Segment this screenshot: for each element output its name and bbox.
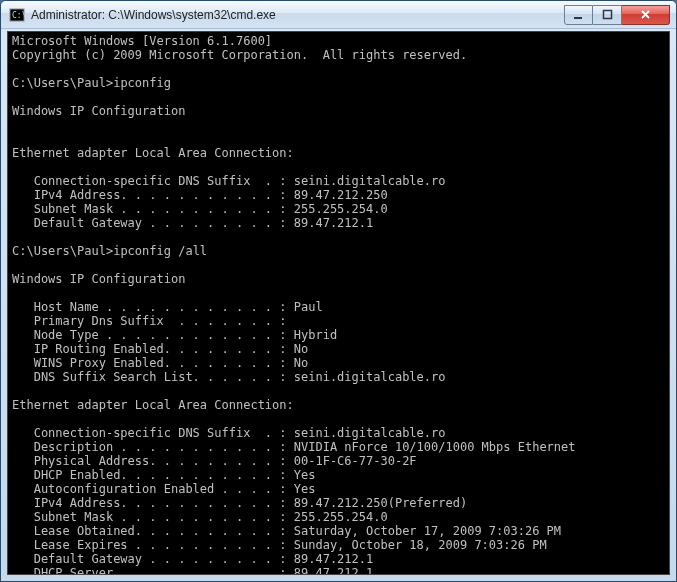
adapter2-lease-obtained: Lease Obtained. . . . . . . . . . : Satu… [12,524,561,538]
adapter2-subnet: Subnet Mask . . . . . . . . . . . : 255.… [12,510,388,524]
prompt-1-path: C:\Users\Paul> [12,76,113,90]
header-line-1: Microsoft Windows [Version 6.1.7600] [12,34,272,48]
ip-routing: IP Routing Enabled. . . . . . . . : No [12,342,308,356]
window-controls [564,5,670,25]
node-type: Node Type . . . . . . . . . . . . : Hybr… [12,328,337,342]
primary-dns-suffix: Primary Dns Suffix . . . . . . . : [12,314,287,328]
terminal-area[interactable]: Microsoft Windows [Version 6.1.7600] Cop… [7,31,670,575]
adapter1-subnet: Subnet Mask . . . . . . . . . . . : 255.… [12,202,388,216]
adapter2-dhcp-enabled: DHCP Enabled. . . . . . . . . . . : Yes [12,468,315,482]
prompt-1-cmd: ipconfig [113,76,171,90]
adapter1-dns-suffix: Connection-specific DNS Suffix . : seini… [12,174,445,188]
section-2-title: Windows IP Configuration [12,272,185,286]
adapter1-ipv4: IPv4 Address. . . . . . . . . . . : 89.4… [12,188,388,202]
adapter2-ipv4: IPv4 Address. . . . . . . . . . . : 89.4… [12,496,467,510]
adapter2-lease-expires: Lease Expires . . . . . . . . . . : Sund… [12,538,547,552]
adapter2-physical: Physical Address. . . . . . . . . : 00-1… [12,454,417,468]
prompt-2-path: C:\Users\Paul> [12,244,113,258]
adapter2-description: Description . . . . . . . . . . . : NVID… [12,440,576,454]
svg-rect-3 [603,11,611,19]
svg-text:C:\: C:\ [12,11,25,20]
close-button[interactable] [622,5,670,25]
adapter1-gateway: Default Gateway . . . . . . . . . : 89.4… [12,216,373,230]
header-line-2: Copyright (c) 2009 Microsoft Corporation… [12,48,467,62]
cmd-window: C:\ Administrator: C:\Windows\system32\c… [0,0,677,582]
prompt-2-cmd: ipconfig /all [113,244,207,258]
adapter-2-title: Ethernet adapter Local Area Connection: [12,398,294,412]
adapter2-gateway: Default Gateway . . . . . . . . . : 89.4… [12,552,373,566]
adapter2-autoconfig: Autoconfiguration Enabled . . . . : Yes [12,482,315,496]
adapter2-dhcp-server: DHCP Server . . . . . . . . . . . : 89.4… [12,566,373,575]
adapter-1-title: Ethernet adapter Local Area Connection: [12,146,294,160]
wins-proxy: WINS Proxy Enabled. . . . . . . . : No [12,356,308,370]
svg-rect-2 [574,17,582,19]
host-name: Host Name . . . . . . . . . . . . : Paul [12,300,323,314]
cmd-icon: C:\ [9,7,25,23]
adapter2-dns-suffix: Connection-specific DNS Suffix . : seini… [12,426,445,440]
minimize-button[interactable] [564,5,593,25]
titlebar[interactable]: C:\ Administrator: C:\Windows\system32\c… [1,1,676,29]
dns-search-list: DNS Suffix Search List. . . . . . : sein… [12,370,445,384]
section-1-title: Windows IP Configuration [12,104,185,118]
maximize-button[interactable] [593,5,622,25]
window-title: Administrator: C:\Windows\system32\cmd.e… [31,8,564,22]
